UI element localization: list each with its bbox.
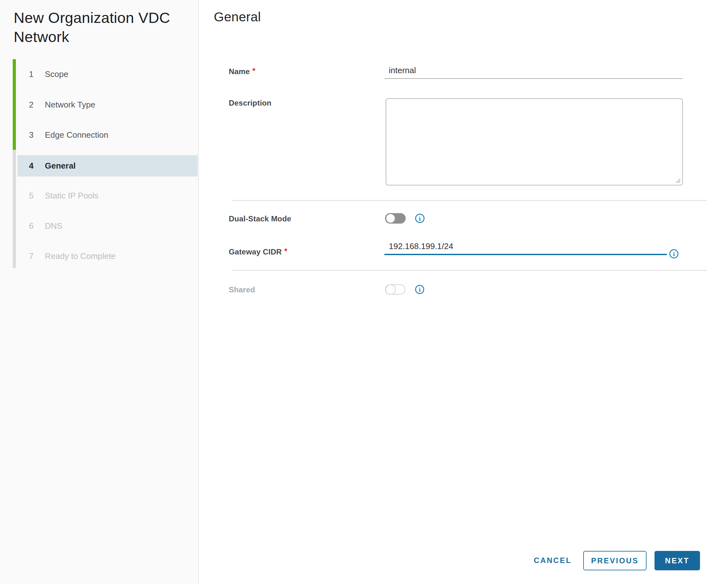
- name-label: Name*: [229, 67, 256, 76]
- step-label: Static IP Pools: [33, 191, 99, 201]
- step-number: 4: [18, 161, 33, 171]
- sidebar-item-ready-to-complete: 7 Ready to Complete: [18, 245, 198, 267]
- step-progress-completed-bar: [13, 59, 16, 150]
- info-icon[interactable]: i: [415, 284, 425, 295]
- sidebar-item-network-type[interactable]: 2 Network Type: [18, 94, 198, 115]
- step-label: Edge Connection: [33, 130, 108, 140]
- info-icon[interactable]: i: [669, 249, 679, 259]
- step-number: 7: [18, 251, 33, 261]
- step-number: 3: [18, 130, 33, 140]
- name-input[interactable]: [384, 64, 682, 79]
- required-asterisk: *: [284, 247, 287, 256]
- svg-text:i: i: [419, 215, 421, 222]
- next-button[interactable]: NEXT: [654, 551, 700, 570]
- step-number: 2: [18, 100, 33, 110]
- step-label: Network Type: [33, 100, 95, 110]
- dual-stack-mode-toggle[interactable]: [385, 213, 406, 223]
- svg-text:i: i: [419, 286, 420, 293]
- description-textarea-frame: [386, 98, 683, 185]
- step-number: 1: [18, 69, 33, 79]
- step-label: DNS: [33, 221, 62, 231]
- toggle-knob: [385, 284, 396, 295]
- step-label: Scope: [33, 69, 69, 79]
- required-asterisk: *: [252, 67, 256, 75]
- toggle-knob: [386, 214, 395, 223]
- sidebar-item-general[interactable]: 4 General: [18, 155, 198, 177]
- sidebar-item-dns: 6 DNS: [18, 215, 198, 237]
- description-label: Description: [229, 99, 271, 107]
- wizard-sidebar: New Organization VDC Network 1 Scope 2 N…: [0, 0, 199, 584]
- svg-text:i: i: [673, 251, 675, 257]
- page-title: General: [214, 9, 261, 25]
- info-icon[interactable]: i: [415, 213, 425, 223]
- section-divider: [232, 200, 707, 201]
- sidebar-item-static-ip-pools: 5 Static IP Pools: [18, 185, 198, 207]
- step-number: 6: [18, 221, 33, 231]
- step-number: 5: [18, 191, 33, 201]
- sidebar-item-scope[interactable]: 1 Scope: [18, 63, 198, 85]
- shared-toggle: [385, 284, 405, 295]
- wizard-title: New Organization VDC Network: [14, 8, 187, 47]
- gateway-cidr-input[interactable]: [384, 240, 667, 255]
- sidebar-item-edge-connection[interactable]: 3 Edge Connection: [18, 124, 198, 146]
- shared-label: Shared: [229, 285, 255, 294]
- section-divider: [232, 270, 707, 271]
- gateway-cidr-label: Gateway CIDR*: [229, 247, 287, 256]
- step-label: General: [33, 161, 76, 171]
- dual-stack-mode-label: Dual-Stack Mode: [229, 214, 291, 223]
- previous-button[interactable]: PREVIOUS: [583, 551, 647, 570]
- cancel-button[interactable]: CANCEL: [526, 552, 580, 569]
- new-org-vdc-network-wizard: New Organization VDC Network 1 Scope 2 N…: [0, 0, 728, 584]
- description-textarea[interactable]: [386, 99, 682, 185]
- step-label: Ready to Complete: [33, 251, 116, 261]
